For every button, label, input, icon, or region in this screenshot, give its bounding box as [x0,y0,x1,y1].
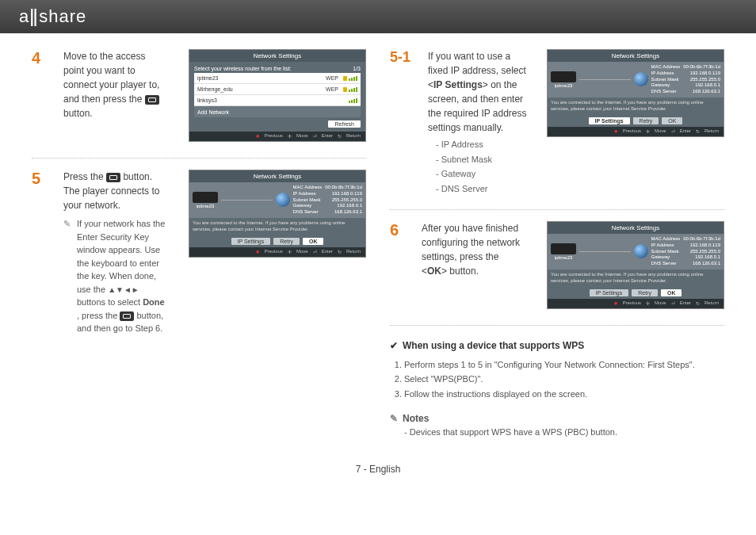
arrow-icons: ▲▼◄► [108,285,139,294]
pencil-icon: ✎ [390,413,398,424]
network-list-shot: Network Settings Select your wireless ro… [189,49,366,142]
step-5-1-text: If you want to use a fixed IP address, s… [428,49,531,198]
network-info: MAC Address00:0b:6b:7f:3b:1d IP Address1… [651,64,720,95]
step-number: 4 [32,49,52,67]
connection-line-icon [579,251,631,252]
divider [390,209,724,210]
text: OK [427,266,441,277]
shot-footer: ●Previous ✢Move ⏎Enter ↻Return [189,132,365,141]
retry-button: Retry [273,238,300,245]
step-6-text: After you have finished configuring the … [422,221,525,278]
status-text: You are connected to the Internet. If yo… [548,97,724,115]
ip-settings-button: IP Settings [231,238,271,245]
step-4-text: Move to the access point you want to con… [63,49,166,120]
status-text: You are connected to the Internet. If yo… [189,218,365,235]
wps-heading: ✔ When using a device that supports WPS [390,340,724,351]
globe-icon [634,72,648,86]
router-icon [551,243,576,254]
globe-icon [634,244,648,258]
list-page: 1/3 [353,66,361,71]
ip-items: - IP Address - Subnet Mask - Gateway - D… [436,138,531,195]
refresh-button: Refresh [328,120,361,128]
network-status-shot: Network Settings iptime23 MAC Address00:… [189,170,366,258]
list-head: Select your wireless router from the lis… [194,66,292,71]
notes-body: - Devices that support WPS have a WPS (P… [404,427,724,437]
screenshot-6: Network Settings iptime23 MAC Address00:… [536,221,724,314]
enter-button-icon [106,173,120,182]
wifi-row: iptime23WEP [194,73,361,84]
step-5-note: ✎ If your network has the Enter Security… [63,217,166,335]
page-footer: 7 - English [0,445,756,483]
wifi-row: Add Network [194,106,361,117]
lock-icon [343,87,347,92]
enter-button-icon [145,95,159,105]
ip-settings-button: IP Settings [589,117,630,124]
signal-icon [349,98,357,103]
step-number: 6 [390,221,410,239]
text: button. [63,108,93,119]
heading-text: When using a device that supports WPS [403,340,584,351]
screenshot-5-1: Network Settings iptime23 MAC Address00:… [542,49,724,142]
ip-settings-button: IP Settings [590,289,629,296]
connection-line-icon [221,200,273,201]
step-5-text: Press the button. The player connects to… [63,170,166,335]
text: Devices that support WPS have a WPS (PBC… [410,427,617,437]
notes-heading: ✎ Notes [390,413,724,424]
screenshot-5: Network Settings iptime23 MAC Address00:… [178,170,366,262]
wps-steps: Perform steps 1 to 5 in "Configuring You… [404,357,724,402]
list-item: Follow the instructions displayed on the… [404,387,724,402]
main-content: 4 Move to the access point you want to c… [0,33,756,445]
router-label: iptime23 [193,204,218,208]
lock-icon [343,76,347,81]
network-info: MAC Address00:0b:6b:7f:3b:1d IP Address1… [651,236,720,267]
list-item: Select "WPS(PBC)". [404,372,724,387]
step-4: 4 Move to the access point you want to c… [32,49,366,147]
router-label: iptime23 [551,83,576,88]
shot-footer: ●Previous ✢Move ⏎Enter ↻Return [189,247,365,257]
enter-button-icon [120,311,134,321]
screenshot-4: Network Settings Select your wireless ro… [178,49,366,147]
text: , press the [77,311,120,320]
step-5: 5 Press the button. The player connects … [32,170,366,335]
shot-title: Network Settings [189,170,365,182]
text: buttons to select [77,297,143,307]
left-column: 4 Move to the access point you want to c… [32,49,366,437]
text: > button. [441,266,479,277]
network-info: MAC Address00:0b:6b:7f:3b:1d IP Address1… [293,185,362,216]
right-column: 5-1 If you want to use a fixed IP addres… [390,49,724,437]
step-number: 5-1 [390,49,417,66]
ok-button: OK [661,289,682,296]
list-item: Perform steps 1 to 5 in "Configuring You… [404,357,724,373]
router-icon [551,71,576,82]
connection-line-icon [579,79,631,80]
shot-footer: ●Previous ✢Move ⏎Enter ↻Return [548,299,724,308]
wifi-row: linksys3 [194,95,361,106]
pencil-icon: ✎ [63,217,71,335]
text: IP Settings [433,79,483,90]
text: If your network has the Enter Security K… [77,219,165,294]
globe-icon [276,193,290,207]
ok-button: OK [303,238,324,245]
wifi-row: Mirhenge_eduWEP [194,84,361,95]
ok-button: OK [662,117,682,124]
step-number: 5 [32,170,52,188]
router-label: iptime23 [551,255,576,260]
signal-icon [349,76,357,81]
brand-logo: aǁshare [19,6,86,27]
text: Done [143,297,165,307]
step-5-1: 5-1 If you want to use a fixed IP addres… [390,49,724,198]
divider [390,325,724,326]
shot-title: Network Settings [548,50,724,62]
divider [32,158,366,159]
network-status-shot: Network Settings iptime23 MAC Address00:… [547,49,724,137]
status-text: You are connected to the Internet. If yo… [548,269,724,287]
shot-title: Network Settings [189,50,365,62]
router-icon [193,192,218,203]
signal-icon [349,87,357,92]
retry-button: Retry [633,117,659,124]
network-status-shot: Network Settings iptime23 MAC Address00:… [547,221,724,309]
shot-footer: ●Previous ✢Move ⏎Enter ↻Return [548,127,724,136]
page-header: aǁshare [0,0,756,33]
check-icon: ✔ [390,340,398,351]
shot-title: Network Settings [548,222,724,234]
